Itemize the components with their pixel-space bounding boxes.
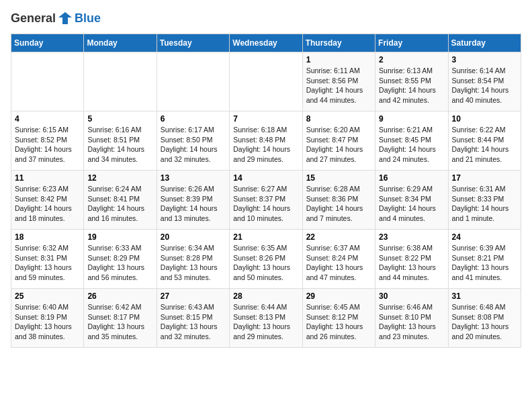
day-number: 3: [452, 55, 517, 64]
page-header: General Blue: [11, 11, 521, 26]
day-number: 16: [379, 173, 444, 183]
logo-general: General: [11, 11, 56, 26]
calendar-cell: 8Sunrise: 6:20 AMSunset: 8:47 PMDaylight…: [302, 111, 375, 171]
calendar-cell: 6Sunrise: 6:17 AMSunset: 8:50 PMDaylight…: [157, 111, 229, 171]
day-of-week-header: Saturday: [448, 34, 521, 52]
day-number: 27: [161, 291, 226, 301]
calendar-cell: 3Sunrise: 6:14 AMSunset: 8:54 PMDaylight…: [448, 52, 521, 111]
day-info: Sunrise: 6:35 AMSunset: 8:26 PMDaylight:…: [233, 243, 298, 283]
day-info: Sunrise: 6:46 AMSunset: 8:10 PMDaylight:…: [379, 302, 444, 342]
calendar-week-row: 11Sunrise: 6:23 AMSunset: 8:42 PMDayligh…: [11, 171, 521, 230]
day-number: 8: [306, 114, 371, 124]
day-number: 11: [15, 173, 80, 183]
day-info: Sunrise: 6:40 AMSunset: 8:19 PMDaylight:…: [15, 302, 80, 342]
calendar-cell: 1Sunrise: 6:11 AMSunset: 8:56 PMDaylight…: [302, 52, 375, 111]
day-number: 2: [379, 55, 444, 64]
calendar-cell: 20Sunrise: 6:34 AMSunset: 8:28 PMDayligh…: [157, 230, 229, 289]
day-info: Sunrise: 6:32 AMSunset: 8:31 PMDaylight:…: [15, 243, 80, 283]
calendar-cell: 23Sunrise: 6:38 AMSunset: 8:22 PMDayligh…: [375, 230, 448, 289]
calendar-cell: 31Sunrise: 6:48 AMSunset: 8:08 PMDayligh…: [448, 289, 521, 348]
day-info: Sunrise: 6:34 AMSunset: 8:28 PMDaylight:…: [161, 243, 226, 283]
day-info: Sunrise: 6:42 AMSunset: 8:17 PMDaylight:…: [87, 302, 152, 342]
calendar-cell: 16Sunrise: 6:29 AMSunset: 8:34 PMDayligh…: [375, 171, 448, 230]
calendar-cell: 21Sunrise: 6:35 AMSunset: 8:26 PMDayligh…: [230, 230, 302, 289]
day-number: 18: [15, 232, 80, 242]
day-number: 21: [233, 232, 298, 242]
day-info: Sunrise: 6:31 AMSunset: 8:33 PMDaylight:…: [452, 184, 517, 224]
logo-blue: Blue: [75, 11, 101, 26]
day-info: Sunrise: 6:37 AMSunset: 8:24 PMDaylight:…: [306, 243, 371, 283]
day-info: Sunrise: 6:21 AMSunset: 8:45 PMDaylight:…: [379, 125, 444, 165]
day-info: Sunrise: 6:44 AMSunset: 8:13 PMDaylight:…: [233, 302, 298, 342]
calendar-table: SundayMondayTuesdayWednesdayThursdayFrid…: [11, 34, 521, 348]
calendar-cell: [230, 52, 302, 111]
calendar-cell: 11Sunrise: 6:23 AMSunset: 8:42 PMDayligh…: [11, 171, 84, 230]
day-number: 5: [87, 114, 152, 124]
day-number: 6: [161, 114, 226, 124]
calendar-cell: 24Sunrise: 6:39 AMSunset: 8:21 PMDayligh…: [448, 230, 521, 289]
day-number: 26: [87, 291, 152, 301]
day-info: Sunrise: 6:22 AMSunset: 8:44 PMDaylight:…: [452, 125, 517, 165]
day-number: 14: [233, 173, 298, 183]
calendar-cell: 18Sunrise: 6:32 AMSunset: 8:31 PMDayligh…: [11, 230, 84, 289]
day-of-week-header: Sunday: [11, 34, 84, 52]
calendar-cell: [84, 52, 157, 111]
calendar-cell: [11, 52, 84, 111]
calendar-cell: 4Sunrise: 6:15 AMSunset: 8:52 PMDaylight…: [11, 111, 84, 171]
day-number: 15: [306, 173, 371, 183]
day-info: Sunrise: 6:11 AMSunset: 8:56 PMDaylight:…: [306, 66, 371, 105]
day-info: Sunrise: 6:43 AMSunset: 8:15 PMDaylight:…: [161, 302, 226, 342]
day-info: Sunrise: 6:27 AMSunset: 8:37 PMDaylight:…: [233, 184, 298, 224]
day-number: 31: [452, 291, 517, 301]
day-number: 28: [233, 291, 298, 301]
logo: General Blue: [11, 11, 101, 26]
day-info: Sunrise: 6:13 AMSunset: 8:55 PMDaylight:…: [379, 66, 444, 105]
day-number: 30: [379, 291, 444, 301]
day-info: Sunrise: 6:48 AMSunset: 8:08 PMDaylight:…: [452, 302, 517, 342]
day-number: 1: [306, 55, 371, 64]
day-info: Sunrise: 6:15 AMSunset: 8:52 PMDaylight:…: [15, 125, 80, 165]
day-number: 19: [87, 232, 152, 242]
calendar-cell: 22Sunrise: 6:37 AMSunset: 8:24 PMDayligh…: [302, 230, 375, 289]
day-number: 7: [233, 114, 298, 124]
calendar-cell: 12Sunrise: 6:24 AMSunset: 8:41 PMDayligh…: [84, 171, 157, 230]
calendar-cell: 17Sunrise: 6:31 AMSunset: 8:33 PMDayligh…: [448, 171, 521, 230]
day-of-week-header: Monday: [84, 34, 157, 52]
calendar-week-row: 25Sunrise: 6:40 AMSunset: 8:19 PMDayligh…: [11, 289, 521, 348]
calendar-cell: 27Sunrise: 6:43 AMSunset: 8:15 PMDayligh…: [157, 289, 229, 348]
calendar-cell: 26Sunrise: 6:42 AMSunset: 8:17 PMDayligh…: [84, 289, 157, 348]
day-info: Sunrise: 6:29 AMSunset: 8:34 PMDaylight:…: [379, 184, 444, 224]
day-number: 23: [379, 232, 444, 242]
calendar-cell: 28Sunrise: 6:44 AMSunset: 8:13 PMDayligh…: [230, 289, 302, 348]
day-info: Sunrise: 6:38 AMSunset: 8:22 PMDaylight:…: [379, 243, 444, 283]
calendar-cell: 2Sunrise: 6:13 AMSunset: 8:55 PMDaylight…: [375, 52, 448, 111]
day-number: 4: [15, 114, 80, 124]
day-number: 9: [379, 114, 444, 124]
calendar-week-row: 18Sunrise: 6:32 AMSunset: 8:31 PMDayligh…: [11, 230, 521, 289]
day-info: Sunrise: 6:26 AMSunset: 8:39 PMDaylight:…: [161, 184, 226, 224]
day-info: Sunrise: 6:16 AMSunset: 8:51 PMDaylight:…: [87, 125, 152, 165]
calendar-cell: 7Sunrise: 6:18 AMSunset: 8:48 PMDaylight…: [230, 111, 302, 171]
day-info: Sunrise: 6:39 AMSunset: 8:21 PMDaylight:…: [452, 243, 517, 283]
day-number: 24: [452, 232, 517, 242]
logo-bird-icon: [58, 11, 72, 26]
calendar-cell: 30Sunrise: 6:46 AMSunset: 8:10 PMDayligh…: [375, 289, 448, 348]
calendar-cell: 13Sunrise: 6:26 AMSunset: 8:39 PMDayligh…: [157, 171, 229, 230]
calendar-week-row: 1Sunrise: 6:11 AMSunset: 8:56 PMDaylight…: [11, 52, 521, 111]
calendar-cell: 15Sunrise: 6:28 AMSunset: 8:36 PMDayligh…: [302, 171, 375, 230]
day-number: 20: [161, 232, 226, 242]
calendar-cell: 19Sunrise: 6:33 AMSunset: 8:29 PMDayligh…: [84, 230, 157, 289]
calendar-cell: 14Sunrise: 6:27 AMSunset: 8:37 PMDayligh…: [230, 171, 302, 230]
day-number: 12: [87, 173, 152, 183]
calendar-week-row: 4Sunrise: 6:15 AMSunset: 8:52 PMDaylight…: [11, 111, 521, 171]
calendar-cell: 25Sunrise: 6:40 AMSunset: 8:19 PMDayligh…: [11, 289, 84, 348]
day-number: 25: [15, 291, 80, 301]
day-of-week-header: Friday: [375, 34, 448, 52]
day-info: Sunrise: 6:33 AMSunset: 8:29 PMDaylight:…: [87, 243, 152, 283]
day-info: Sunrise: 6:24 AMSunset: 8:41 PMDaylight:…: [87, 184, 152, 224]
day-info: Sunrise: 6:17 AMSunset: 8:50 PMDaylight:…: [161, 125, 226, 165]
calendar-cell: 9Sunrise: 6:21 AMSunset: 8:45 PMDaylight…: [375, 111, 448, 171]
day-of-week-header: Tuesday: [157, 34, 229, 52]
day-number: 13: [161, 173, 226, 183]
day-number: 17: [452, 173, 517, 183]
